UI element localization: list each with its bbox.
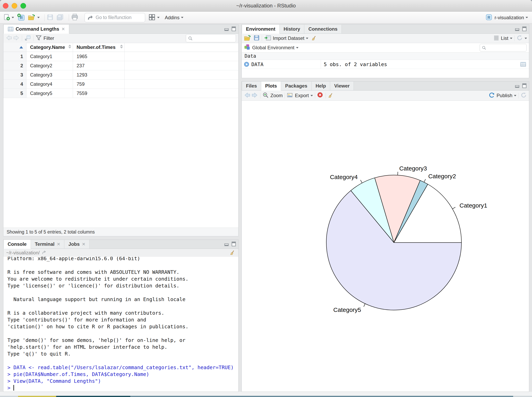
environment-panel: Environment History Connections (241, 25, 529, 78)
tab-jobs[interactable]: Jobs × (64, 240, 89, 248)
minimize-pane-icon[interactable] (514, 26, 520, 32)
pie-label: Category1 (459, 202, 487, 209)
clear-plots-icon[interactable] (328, 92, 334, 99)
close-icon[interactable]: × (62, 26, 65, 32)
toolbar-separator (262, 36, 262, 41)
clear-console-icon[interactable] (229, 249, 235, 256)
open-new-window-icon[interactable] (24, 35, 31, 42)
tab-environment[interactable]: Environment (242, 25, 280, 34)
table-cell: 1965 (73, 52, 125, 61)
maximize-pane-icon[interactable] (522, 83, 527, 89)
chevron-down-icon (306, 38, 308, 39)
import-dataset-label[interactable]: Import Dataset (273, 36, 304, 41)
table-cell: 4 (3, 80, 26, 88)
filter-label[interactable]: Filter (44, 36, 54, 41)
remove-plot-icon[interactable] (317, 92, 323, 99)
forward-icon[interactable] (13, 35, 20, 42)
list-view-label[interactable]: List (501, 36, 508, 41)
refresh-icon[interactable] (517, 35, 523, 42)
close-icon[interactable]: × (82, 241, 85, 247)
maximize-pane-icon[interactable] (231, 26, 236, 32)
minimize-pane-icon[interactable] (224, 241, 229, 247)
panes-grid-icon (148, 14, 156, 22)
tab-viewer[interactable]: Viewer (330, 81, 354, 90)
open-file-button[interactable] (28, 14, 40, 22)
environment-search-input[interactable] (489, 44, 525, 52)
console-pathbar: ~/r-visualization/ (3, 249, 238, 257)
viewer-search[interactable] (186, 34, 236, 42)
desktop-edge (0, 396, 532, 397)
column-header-category-name[interactable]: Category.Name (26, 43, 73, 52)
minimize-pane-icon[interactable] (224, 26, 229, 32)
console-output-line: R is a collaborative project with many c… (7, 310, 238, 316)
plot-area: Category1Category2Category3Category4Cate… (242, 101, 529, 391)
project-selector[interactable]: R r-visualization (485, 14, 528, 22)
new-file-icon (3, 14, 10, 21)
table-row[interactable]: 4Category4759 (3, 80, 238, 89)
table-cell: Category5 (26, 89, 73, 98)
tab-label: History (284, 26, 300, 32)
previous-plot-icon[interactable] (244, 92, 251, 99)
chevron-down-icon (181, 17, 184, 18)
clear-environment-icon[interactable] (311, 35, 317, 42)
table-row[interactable]: 3Category31293 (3, 70, 238, 80)
close-icon[interactable]: × (57, 241, 60, 247)
save-workspace-icon[interactable] (253, 35, 260, 42)
tab-history[interactable]: History (280, 25, 304, 33)
rstudio-window: ~/r-visualization - RStudio R (0, 0, 532, 397)
tab-connections[interactable]: Connections (304, 25, 342, 33)
save-all-button[interactable] (56, 14, 64, 21)
environment-object-row[interactable]: DATA 5 obs. of 2 variables (242, 60, 529, 69)
addins-button[interactable]: Addins (165, 15, 184, 20)
minimize-pane-icon[interactable] (514, 83, 520, 89)
console-input-line: > DATA <- read.table("/Users/lsalazar/co… (7, 364, 238, 371)
table-row[interactable]: 1Category11965 (3, 52, 238, 61)
goto-file-input[interactable] (95, 15, 142, 20)
next-plot-icon[interactable] (251, 92, 258, 99)
environment-search[interactable] (480, 44, 526, 51)
toolbar-separator (518, 93, 519, 98)
view-table-icon[interactable] (520, 62, 526, 68)
tab-label: Environment (246, 26, 275, 32)
tab-console[interactable]: Console (3, 240, 31, 249)
panes-layout-button[interactable] (148, 14, 159, 22)
tab-label: Files (246, 83, 257, 89)
tab-plots[interactable]: Plots (261, 81, 281, 91)
load-workspace-icon[interactable] (244, 34, 251, 42)
back-icon[interactable] (6, 35, 13, 42)
column-header-number-of-times[interactable]: Number.of.Times (73, 43, 125, 52)
maximize-pane-icon[interactable] (522, 26, 527, 32)
publish-label[interactable]: Publish (496, 93, 512, 98)
console-output[interactable]: Platform: x86_64-apple-darwin15.6.0 (64-… (3, 257, 238, 391)
tab-packages[interactable]: Packages (281, 81, 311, 90)
table-row[interactable]: 5Category57559 (3, 89, 238, 98)
save-icon (47, 14, 54, 21)
viewer-search-input[interactable] (195, 34, 234, 43)
plots-toolbar: Zoom Export Publish (242, 91, 529, 101)
tab-terminal[interactable]: Terminal × (31, 240, 64, 248)
console-prompt[interactable]: > (7, 385, 238, 391)
zoom-plot-label[interactable]: Zoom (270, 93, 283, 98)
row-number-header[interactable] (3, 43, 26, 52)
tab-files[interactable]: Files (242, 81, 261, 90)
titlebar: ~/r-visualization - RStudio (0, 0, 532, 12)
environment-scope-label[interactable]: Global Environment (252, 45, 294, 50)
goto-file-box[interactable] (85, 13, 145, 22)
plots-tabbar: Files Plots Packages Help Viewer (242, 81, 529, 91)
save-button[interactable] (47, 14, 54, 21)
expand-object-icon[interactable] (244, 62, 249, 67)
filter-icon[interactable] (36, 35, 42, 42)
print-button[interactable] (71, 13, 79, 22)
tab-command-lengths[interactable]: Command Lengths × (3, 25, 69, 34)
tab-label: Jobs (68, 241, 80, 247)
search-icon (188, 36, 193, 42)
tab-help[interactable]: Help (311, 81, 330, 90)
environment-scope-row: Global Environment (242, 43, 529, 52)
table-row[interactable]: 2Category2237 (3, 61, 238, 70)
export-plot-label[interactable]: Export (295, 93, 309, 98)
new-project-button[interactable]: R (17, 13, 25, 22)
goto-directory-icon[interactable] (42, 250, 47, 256)
refresh-icon[interactable] (520, 92, 527, 99)
maximize-pane-icon[interactable] (231, 241, 236, 247)
new-file-button[interactable] (3, 14, 14, 21)
